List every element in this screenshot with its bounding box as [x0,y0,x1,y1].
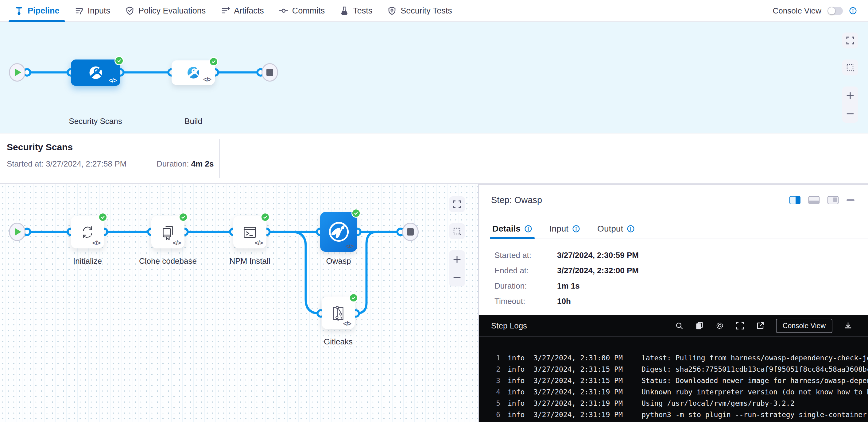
zoom-out-button[interactable] [449,268,465,287]
tab-artifacts[interactable]: Artifacts [213,0,271,22]
tab-pipeline[interactable]: Pipeline [7,0,67,22]
detail-value: 10h [557,296,571,306]
detail-row: Timeout:10h [494,296,639,306]
stage-node-security-scans[interactable]: </> [71,60,120,86]
step-logs-header: Step Logs [479,315,868,337]
minimize-panel-button[interactable] [846,199,855,201]
log-line-number: 1 [492,354,500,362]
console-view-button[interactable]: Console View [776,319,832,333]
artifacts-icon [220,6,230,15]
log-level: info [508,411,525,419]
stage-label[interactable]: Security Scans [69,117,122,126]
shield-check-icon [125,6,135,15]
layout-bottom-button[interactable] [808,196,819,204]
step-node-owasp[interactable]: </> [320,212,357,252]
search-icon[interactable] [675,321,684,330]
pipeline-start-node[interactable] [9,63,26,82]
success-badge [115,56,124,65]
open-external-icon[interactable] [756,321,765,330]
log-level: info [508,354,525,362]
zoom-controls [842,87,858,123]
detail-value: 3/27/2024, 2:30:59 PM [557,250,639,260]
tab-details[interactable]: Details [492,219,532,238]
stage-title: Security Scans [7,142,73,153]
toggle-knob [828,7,835,14]
tab-label: Commits [292,6,325,15]
console-view-toggle[interactable] [828,7,843,15]
step-label[interactable]: Owasp [326,256,351,266]
commit-icon [279,6,288,15]
tab-security-tests[interactable]: Security Tests [380,0,460,22]
fullscreen-button[interactable] [449,196,465,212]
stage-started-at: Started at: 3/27/2024, 2:27:58 PM [7,159,126,169]
layout-floating-button[interactable] [828,196,839,204]
tab-policy-evaluations[interactable]: Policy Evaluations [118,0,213,22]
step-panel-tabs: Details Input Output [492,219,868,239]
log-line-number: 6 [492,411,500,419]
play-icon [15,228,21,235]
info-icon[interactable] [627,225,635,233]
tab-label: Output [597,224,623,234]
marquee-select-button[interactable] [842,60,858,75]
gitleaks-icon [329,304,347,322]
stage-start-node[interactable] [9,223,26,241]
tab-tests[interactable]: Tests [332,0,380,22]
step-node-gitleaks[interactable]: </> [322,297,355,329]
info-icon[interactable] [849,7,857,15]
step-logs-body[interactable]: 1info3/27/2024, 2:31:00 PMlatest: Pullin… [479,337,868,420]
pipeline-end-node[interactable] [261,63,278,82]
tab-output[interactable]: Output [597,219,635,238]
code-step-icon: </> [92,239,100,247]
fullscreen-button[interactable] [842,33,858,48]
stop-icon [407,228,414,235]
tab-inputs[interactable]: Inputs [67,0,118,22]
step-label[interactable]: Initialize [73,256,102,266]
step-node-npm-install[interactable]: </> [233,216,267,249]
log-message: latest: Pulling from harness/owasp-depen… [642,354,868,362]
code-step-icon: </> [343,320,351,327]
expand-fullscreen-icon[interactable] [735,321,745,330]
success-badge [351,208,361,218]
security-shield-icon [387,6,397,15]
tab-commits[interactable]: Commits [271,0,332,22]
info-icon[interactable] [524,225,532,233]
detail-label: Duration: [494,281,557,291]
step-graph-canvas: </> Initialize </> Clone codebase [0,184,478,422]
pipeline-execution-page: Pipeline Inputs Policy Evaluations Artif… [0,0,868,422]
zoom-controls [449,250,465,287]
log-timestamp: 3/27/2024, 2:31:15 PM [533,365,624,373]
code-step-icon: </> [203,76,211,83]
stage-end-node[interactable] [402,223,418,241]
marquee-select-button[interactable] [449,223,465,239]
step-node-initialize[interactable]: </> [71,216,104,249]
step-label[interactable]: Clone codebase [139,256,197,266]
step-node-clone-codebase[interactable]: </> [151,216,184,249]
log-message: Digest: sha256:7755011cdb13caf9f95051f8c… [642,365,868,373]
stage-label[interactable]: Build [184,117,202,126]
download-logs-icon[interactable] [843,321,852,330]
log-timestamp: 3/27/2024, 2:31:19 PM [533,399,624,407]
success-badge [209,57,218,66]
zoom-in-button[interactable] [449,250,465,268]
layout-right-button[interactable] [789,196,801,204]
log-message: Using /usr/local/rvm/gems/ruby-3.2.2 [642,399,868,407]
success-badge [98,213,107,222]
initialize-icon [79,223,96,241]
zoom-in-button[interactable] [842,87,858,105]
copy-icon[interactable] [695,321,704,330]
step-label[interactable]: NPM Install [229,256,270,266]
info-icon[interactable] [572,225,580,233]
tab-input[interactable]: Input [549,219,580,238]
clone-codebase-icon [159,223,177,241]
settings-gear-icon[interactable] [715,321,724,330]
tab-label: Tests [353,6,372,15]
step-canvas-controls [449,196,465,287]
log-message: python3 -m sto_plugin --run-strategy sin… [642,411,868,419]
zoom-out-button[interactable] [842,105,858,123]
inputs-icon [74,6,84,15]
log-line: 4info3/27/2024, 2:31:19 PMUnknown ruby i… [492,386,868,397]
step-label[interactable]: Gitleaks [324,337,353,347]
stage-node-build[interactable]: </> [172,60,215,85]
nav-right: Console View [773,6,857,15]
tab-label: Policy Evaluations [138,6,206,15]
